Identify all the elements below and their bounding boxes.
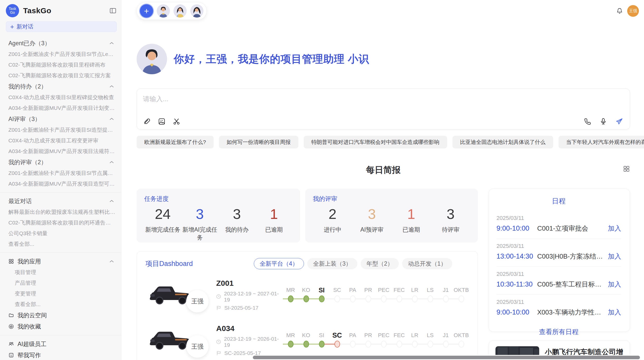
milestone-dot-upcoming bbox=[350, 341, 356, 348]
section-header-ai-review[interactable]: AI评审（3） bbox=[0, 113, 121, 125]
agent-avatar[interactable] bbox=[190, 4, 203, 18]
section-header-recent-chats[interactable]: 最近对话 bbox=[0, 196, 121, 207]
milestone-pa: PA bbox=[345, 331, 360, 349]
stat-label: 待评审 bbox=[431, 226, 470, 234]
tab-powertrain[interactable]: 动总开发（1） bbox=[402, 258, 452, 269]
section-header-agent-done[interactable]: Agent已办（3） bbox=[0, 38, 121, 49]
view-all-schedule-link[interactable]: 查看所有日程 bbox=[496, 327, 621, 336]
phone-icon[interactable] bbox=[583, 117, 592, 126]
tab-new-platform[interactable]: 全新平台（4） bbox=[254, 258, 304, 269]
sidebar-item-favorites[interactable]: 我的收藏 bbox=[0, 321, 121, 332]
sidebar-item[interactable]: C02-飞腾新能源轻客改款项目立项汇报方案 bbox=[0, 70, 121, 81]
milestone-dot-upcoming bbox=[412, 341, 418, 348]
microphone-icon[interactable] bbox=[599, 117, 607, 126]
sidebar-item-app[interactable]: 产品管理 bbox=[0, 278, 121, 288]
sidebar-item[interactable]: 公司Q3轻卡销量 bbox=[0, 228, 121, 239]
sidebar-item[interactable]: C02-飞腾新能源轻客改款项目里程碑画布 bbox=[0, 59, 121, 70]
notification-bell-icon[interactable] bbox=[616, 7, 623, 14]
sidebar-item[interactable]: Z001-全新燃油轻卡产品开发项目SI造型提交物评审 bbox=[0, 125, 121, 135]
sidebar-item-app[interactable]: 变更管理 bbox=[0, 288, 121, 299]
assistant-avatar bbox=[137, 44, 167, 74]
section-header-my-apps[interactable]: 我的应用 bbox=[0, 256, 121, 267]
section-title: 我的评审（2） bbox=[8, 158, 47, 166]
sidebar-item[interactable]: C0X4-动力总成开发项目工程变更评审 bbox=[0, 135, 121, 146]
main-area: + 王强 bbox=[121, 0, 644, 360]
schedule-event: 2025/03/11 13:00-14:30 C003|H0B-方案冻结评审 加… bbox=[496, 239, 621, 267]
suggestion-chip[interactable]: 特朗普可能对进口汽车增税会对中国车企造成哪些影响 bbox=[304, 136, 447, 148]
chat-input[interactable] bbox=[143, 93, 624, 104]
sidebar-item[interactable]: 解释最新出台的欧盟报废车法规再生塑料比例被调至15%... bbox=[0, 207, 121, 217]
suggestion-chip[interactable]: 如何写一份清晰的项目周报 bbox=[219, 136, 298, 148]
join-link[interactable]: 加入 bbox=[608, 224, 621, 233]
event-date: 2025/03/11 bbox=[496, 271, 621, 277]
horizontal-scrollbar-thumb[interactable] bbox=[253, 356, 640, 359]
stat-pending-review: 3 待评审 bbox=[431, 206, 470, 234]
tab-year-model[interactable]: 年型（2） bbox=[361, 258, 399, 269]
app-logo: Task Go bbox=[6, 4, 19, 17]
milestone-oktb: OKTB bbox=[453, 331, 469, 349]
send-icon[interactable] bbox=[615, 117, 624, 126]
view-all-chats[interactable]: 查看全部... bbox=[0, 239, 121, 249]
suggestion-chip[interactable]: 欧洲新规最近颁布了什么? bbox=[137, 136, 214, 148]
sidebar-item-help-write[interactable]: 帮我写作 bbox=[0, 350, 121, 360]
sidebar-item[interactable]: Z001-全新燃油皮卡产品开发项目SI节点Lesson Learn报告 bbox=[0, 49, 121, 59]
milestone-ls: LS bbox=[422, 331, 438, 349]
section-title: Agent已办（3） bbox=[8, 39, 50, 47]
milestone-sc: SC bbox=[329, 286, 345, 304]
project-owner-badge: 王强 bbox=[186, 290, 209, 312]
milestone-dot-upcoming bbox=[459, 341, 464, 348]
divider bbox=[0, 335, 121, 335]
sidebar-item[interactable]: A034-全新新能源MUV产品开发项目法规符合性评审 bbox=[0, 146, 121, 157]
milestone-dot-done bbox=[319, 341, 325, 348]
sidebar-item-app[interactable]: 项目管理 bbox=[0, 267, 121, 278]
event-time: 10:30-11:30 bbox=[496, 280, 537, 288]
section-header-my-todo[interactable]: 我的待办（2） bbox=[0, 81, 121, 92]
project-car-image: 王强 bbox=[145, 281, 196, 309]
sidebar-item[interactable]: Z001-全新燃油轻卡产品开发项目SI节点属性5D文件评审 bbox=[0, 168, 121, 178]
sidebar-item-cloud-space[interactable]: 我的云空间 bbox=[0, 310, 121, 321]
apps-grid-icon bbox=[8, 259, 14, 264]
tab-new-body[interactable]: 全新上装（3） bbox=[307, 258, 357, 269]
milestone-pec: PEC bbox=[376, 331, 391, 349]
join-link[interactable]: 加入 bbox=[608, 308, 621, 317]
dashboard-header: 项目Dashboard 全新平台（4） 全新上装（3） 年型（2） 动总开发（1… bbox=[145, 258, 469, 269]
agent-avatar[interactable] bbox=[173, 4, 187, 18]
chevron-up-icon bbox=[109, 85, 114, 88]
stat-value: 2 bbox=[313, 206, 352, 222]
join-link[interactable]: 加入 bbox=[608, 280, 621, 289]
stat-label: AI预评审 bbox=[352, 226, 392, 234]
view-all-apps[interactable]: 查看全部... bbox=[0, 299, 121, 310]
milestone-dot-upcoming bbox=[381, 341, 387, 348]
milestone-dot-done bbox=[319, 295, 325, 302]
schedule-list: 2025/03/11 9:00-10:00 C001-立项审批会 加入 2025… bbox=[496, 211, 621, 322]
chevron-up-icon bbox=[109, 42, 114, 45]
scissors-icon[interactable] bbox=[172, 117, 181, 126]
sidebar-item[interactable]: A034-全新新能源MUV产品开发项目计划变更表编写 bbox=[0, 103, 121, 113]
agent-avatar[interactable] bbox=[157, 4, 170, 18]
layout-grid-icon[interactable] bbox=[623, 165, 630, 172]
divider bbox=[0, 192, 121, 192]
attachment-icon[interactable] bbox=[143, 117, 151, 126]
image-icon[interactable] bbox=[158, 117, 166, 126]
new-chat-button[interactable]: + 新对话 bbox=[6, 21, 117, 32]
sidebar-item[interactable]: C0X4-动力总成开发项目SI里程碑提交物检查 bbox=[0, 92, 121, 103]
join-link[interactable]: 加入 bbox=[608, 252, 621, 261]
milestone-dot-upcoming bbox=[334, 295, 340, 302]
section-header-my-review[interactable]: 我的评审（2） bbox=[0, 157, 121, 168]
milestone-dot-upcoming bbox=[365, 295, 371, 302]
right-column: 日程 2025/03/11 9:00-10:00 C001-立项审批会 加入 bbox=[489, 189, 630, 360]
section-title: AI评审（3） bbox=[8, 115, 41, 123]
suggestion-chip[interactable]: 当下年轻人对汽车外观有怎样的喜好趋势 bbox=[559, 136, 644, 148]
milestone-dot-overdue bbox=[334, 341, 340, 348]
sidebar-item-ai-employee[interactable]: AI超级员工 bbox=[0, 338, 121, 350]
logo-text-bottom: Go bbox=[10, 11, 15, 14]
add-agent-button[interactable]: + bbox=[140, 4, 153, 18]
user-avatar[interactable]: 王强 bbox=[627, 5, 639, 17]
greeting-block: 你好，王强，我是你的项目管理助理 小识 bbox=[137, 44, 630, 74]
topbar-right: 王强 bbox=[616, 5, 639, 17]
milestone-dot-upcoming bbox=[381, 295, 387, 302]
sidebar-item[interactable]: A034-全新新能源MUV产品开发项目造型可行性评审 bbox=[0, 178, 121, 189]
suggestion-chip[interactable]: 比亚迪全固态电池计划具体说了什么 bbox=[452, 136, 553, 148]
sidebar-collapse-icon[interactable] bbox=[109, 7, 116, 14]
sidebar-item[interactable]: C02-飞腾新能源轻客改款项目的闭环通告反馈情况 bbox=[0, 217, 121, 228]
